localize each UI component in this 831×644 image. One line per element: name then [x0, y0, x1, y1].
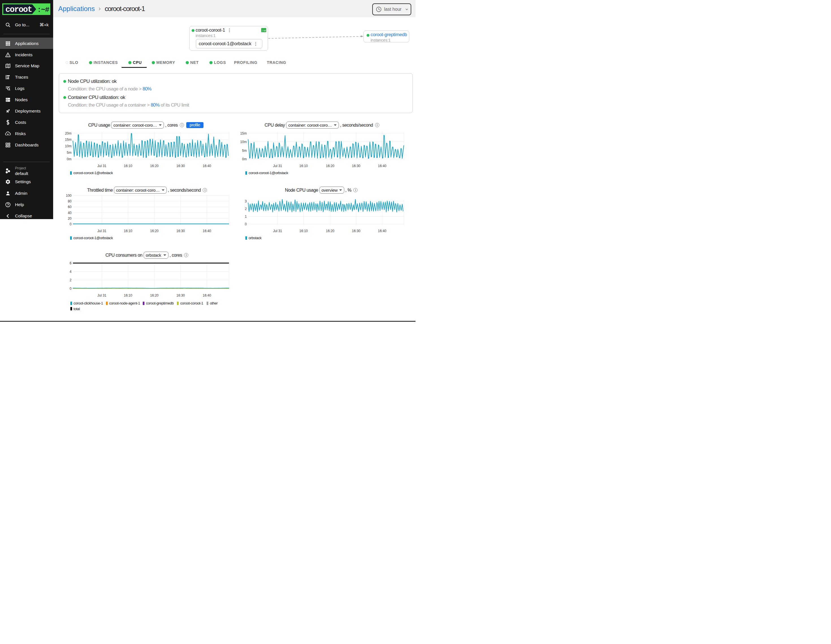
svg-text:16:10: 16:10 — [124, 293, 132, 297]
svg-text:16:40: 16:40 — [203, 229, 211, 233]
svg-text:16:10: 16:10 — [299, 164, 308, 168]
svg-text::~#: :~# — [262, 29, 266, 32]
svg-text:0: 0 — [245, 222, 247, 226]
svg-text:0m: 0m — [67, 157, 72, 161]
svg-text:2: 2 — [245, 207, 247, 211]
svg-text:16:20: 16:20 — [326, 164, 334, 168]
svg-text:16:30: 16:30 — [352, 164, 360, 168]
svg-text:Jul 31: Jul 31 — [273, 164, 282, 168]
svg-text:0: 0 — [70, 222, 72, 226]
svg-text:1: 1 — [245, 215, 247, 218]
svg-text:16:10: 16:10 — [299, 229, 308, 233]
svg-text:16:40: 16:40 — [203, 293, 211, 297]
svg-text:80: 80 — [68, 199, 72, 203]
svg-text:100: 100 — [66, 194, 72, 198]
svg-text:4: 4 — [70, 270, 72, 274]
svg-text:16:20: 16:20 — [326, 229, 334, 233]
svg-text:16:30: 16:30 — [177, 229, 185, 233]
svg-text:16:20: 16:20 — [150, 293, 159, 297]
svg-text:6: 6 — [70, 261, 72, 265]
svg-text:coroot: coroot — [5, 5, 32, 14]
svg-text:0m: 0m — [242, 157, 247, 161]
svg-text::~#: :~# — [37, 6, 49, 14]
svg-text:16:20: 16:20 — [150, 164, 159, 168]
svg-text:16:40: 16:40 — [378, 164, 386, 168]
svg-text:16:40: 16:40 — [378, 229, 386, 233]
svg-text:5m: 5m — [67, 151, 72, 155]
svg-text:16:20: 16:20 — [150, 229, 159, 233]
svg-text:Jul 31: Jul 31 — [97, 164, 106, 168]
svg-text:10m: 10m — [240, 140, 247, 144]
svg-text:Jul 31: Jul 31 — [97, 229, 106, 233]
svg-text:16:30: 16:30 — [177, 293, 185, 297]
svg-text:16:10: 16:10 — [124, 229, 132, 233]
svg-text:60: 60 — [68, 205, 72, 209]
svg-text:2: 2 — [70, 278, 72, 282]
svg-text:Jul 31: Jul 31 — [273, 229, 282, 233]
svg-text:3: 3 — [245, 199, 247, 203]
svg-text:16:30: 16:30 — [177, 164, 185, 168]
svg-text:10m: 10m — [65, 144, 72, 148]
svg-text:16:40: 16:40 — [203, 164, 211, 168]
svg-text:5m: 5m — [242, 149, 247, 153]
svg-text:20: 20 — [68, 217, 72, 220]
svg-text:15m: 15m — [240, 131, 247, 135]
svg-text:Jul 31: Jul 31 — [97, 293, 106, 297]
svg-text:16:10: 16:10 — [124, 164, 132, 168]
svg-text:15m: 15m — [65, 138, 72, 142]
svg-text:16:30: 16:30 — [352, 229, 360, 233]
svg-text:0: 0 — [70, 287, 72, 291]
svg-text:40: 40 — [68, 211, 72, 215]
svg-text:20m: 20m — [65, 131, 72, 135]
